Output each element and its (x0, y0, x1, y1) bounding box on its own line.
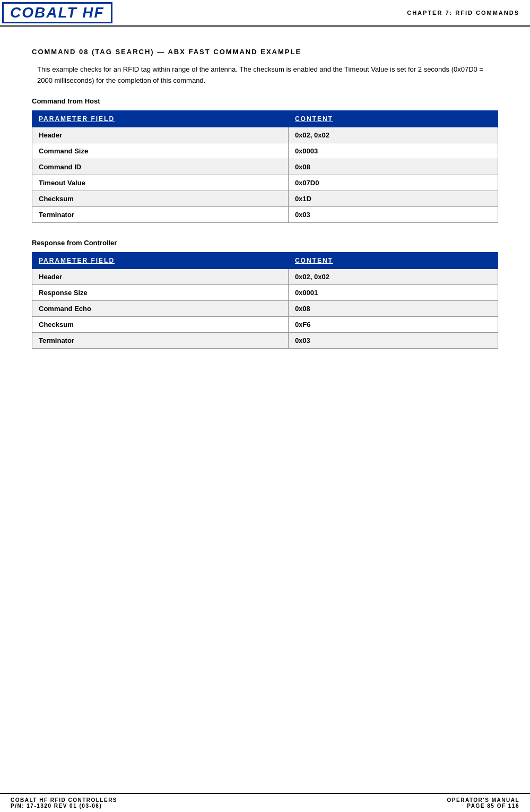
table-row: Command Echo0x08 (32, 300, 498, 316)
response-from-controller-label: Response from Controller (32, 239, 498, 247)
table-row: Terminator0x03 (32, 206, 498, 222)
content-field: 0xF6 (288, 316, 498, 332)
footer-right: OPERATOR'S MANUAL PAGE 85 OF 116 (447, 797, 519, 809)
content-field: 0x08 (288, 300, 498, 316)
param-field: Command ID (32, 159, 289, 175)
logo-text: COBALT HF (10, 4, 105, 21)
footer-left: COBALT HF RFID CONTROLLERS P/N: 17-1320 … (11, 797, 117, 809)
table-row: Terminator0x03 (32, 332, 498, 348)
table-row: Response Size0x0001 (32, 284, 498, 300)
cmd-col1-header: PARAMETER FIELD (32, 110, 289, 127)
content-field: 0x0001 (288, 284, 498, 300)
response-from-controller-table: PARAMETER FIELD CONTENT Header0x02, 0x02… (32, 252, 498, 349)
content-field: 0x02, 0x02 (288, 269, 498, 284)
page-footer: COBALT HF RFID CONTROLLERS P/N: 17-1320 … (0, 793, 530, 812)
table-row: Command Size0x0003 (32, 143, 498, 159)
content-field: 0x03 (288, 332, 498, 348)
param-field: Terminator (32, 206, 289, 222)
table-row: Checksum0x1D (32, 191, 498, 206)
command-from-host-table: PARAMETER FIELD CONTENT Header0x02, 0x02… (32, 110, 498, 223)
resp-col2-header: CONTENT (288, 252, 498, 269)
footer-right-line2: PAGE 85 OF 116 (447, 803, 519, 809)
table-row: Checksum0xF6 (32, 316, 498, 332)
content-field: 0x02, 0x02 (288, 127, 498, 143)
footer-right-line1: OPERATOR'S MANUAL (447, 797, 519, 803)
cmd-col2-header: CONTENT (288, 110, 498, 127)
chapter-title: CHAPTER 7: RFID COMMANDS (115, 0, 530, 25)
description: This example checks for an RFID tag with… (32, 64, 498, 87)
footer-left-line2: P/N: 17-1320 REV 01 (03-06) (11, 803, 117, 809)
content-field: 0x1D (288, 191, 498, 206)
logo-box: COBALT HF (2, 2, 112, 23)
param-field: Command Echo (32, 300, 289, 316)
command-title: Command 08 (Tag Search) — ABX Fast Comma… (32, 48, 498, 56)
content-field: 0x08 (288, 159, 498, 175)
content-field: 0x03 (288, 206, 498, 222)
page-header: COBALT HF CHAPTER 7: RFID COMMANDS (0, 0, 530, 27)
param-field: Timeout Value (32, 175, 289, 191)
param-field: Checksum (32, 316, 289, 332)
content-field: 0x0003 (288, 143, 498, 159)
table-row: Timeout Value0x07D0 (32, 175, 498, 191)
table-row: Header0x02, 0x02 (32, 127, 498, 143)
content-field: 0x07D0 (288, 175, 498, 191)
footer-left-line1: COBALT HF RFID CONTROLLERS (11, 797, 117, 803)
table-row: Command ID0x08 (32, 159, 498, 175)
param-field: Terminator (32, 332, 289, 348)
table-row: Header0x02, 0x02 (32, 269, 498, 284)
param-field: Header (32, 269, 289, 284)
param-field: Header (32, 127, 289, 143)
resp-col1-header: PARAMETER FIELD (32, 252, 289, 269)
command-from-host-label: Command from Host (32, 97, 498, 105)
param-field: Command Size (32, 143, 289, 159)
param-field: Checksum (32, 191, 289, 206)
main-content: Command 08 (Tag Search) — ABX Fast Comma… (0, 27, 530, 386)
param-field: Response Size (32, 284, 289, 300)
response-section: Response from Controller PARAMETER FIELD… (32, 239, 498, 349)
